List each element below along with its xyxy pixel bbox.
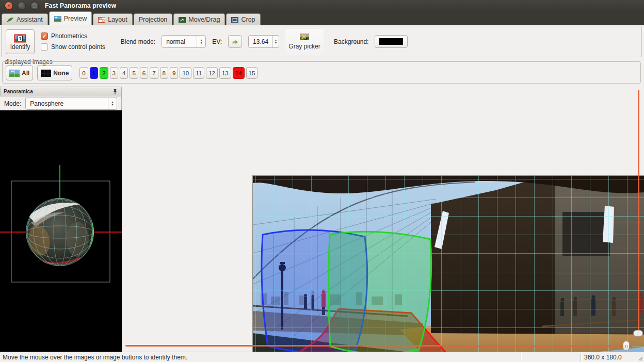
tab-layout[interactable]: Layout [93,13,133,25]
panoramica-panel: Panoramica Mode: Panosphere ▲▼ [0,87,122,352]
show-control-points-row[interactable]: Show control points [41,43,105,51]
assistant-icon [7,17,14,23]
horizontal-slider-track[interactable] [125,345,632,347]
none-images-button[interactable]: None [37,65,72,80]
image-button-14[interactable]: 14 [233,67,245,79]
statusbar: Move the mouse over the images or image … [0,352,644,362]
image-button-3[interactable]: 3 [110,67,118,79]
image-button-13[interactable]: 13 [219,67,231,79]
blend-mode-label: Blend mode: [121,38,155,45]
background-label: Background: [334,38,368,45]
mode-select[interactable]: Panosphere ▲▼ [25,97,117,110]
tab-label: Projection [139,16,168,23]
mode-row: Mode: Panosphere ▲▼ [0,96,121,110]
background-color-swatch [379,38,403,45]
displayed-images-group: All None 0123456789101112131415 [2,61,641,84]
blend-mode-select[interactable]: normal ▲▼ [162,35,206,48]
show-control-points-checkbox[interactable] [41,43,48,51]
gray-picker-icon [299,33,310,42]
maximize-icon[interactable]: ▢ [30,2,39,10]
vertical-slider-track[interactable] [638,90,639,338]
image-button-1[interactable]: 1 [90,67,98,79]
identify-button[interactable]: 1 Identify [6,29,35,54]
ev-value: 13.64 [249,38,272,45]
spinner-icon[interactable]: ▲▼ [272,36,279,47]
panosphere-preview [0,110,122,352]
panosphere-viewport[interactable] [0,110,122,352]
blend-mode-value: normal [162,38,197,45]
horizontal-slider-handle[interactable] [623,341,630,351]
tab-movedrag[interactable]: Move/Drag [173,13,225,25]
tab-preview[interactable]: Preview [49,11,92,25]
spinner-icon[interactable]: ▲▼ [197,36,205,47]
toolbar: 1 Identify ✓ Photometrics Show control p… [1,26,642,57]
tabbar: Assistant Preview Layout Projection Move… [0,11,644,25]
svg-text:1: 1 [19,36,21,41]
titlebar: ✕ – ▢ Fast Panorama preview [0,0,644,11]
panoramica-title: Panoramica [4,89,112,94]
background-color-button[interactable] [375,35,408,48]
image-button-5[interactable]: 5 [130,67,138,79]
preview-area [122,86,644,352]
tab-label: Preview [64,15,87,22]
tab-label: Layout [108,16,127,23]
image-button-8[interactable]: 8 [160,67,168,79]
tab-crop[interactable]: Crop [226,13,260,25]
move-drag-icon [179,17,186,23]
image-button-15[interactable]: 15 [246,67,258,79]
fast-panorama-preview-window: ✕ – ▢ Fast Panorama preview Assistant Pr… [0,0,644,362]
ev-label: EV: [212,38,222,45]
all-images-icon [9,70,20,77]
preview-icon [54,16,61,22]
layout-icon [98,17,105,23]
none-label: None [53,70,69,77]
gray-picker-button[interactable]: Gray picker [285,29,324,55]
tab-label: Crop [241,16,255,23]
ev-spinbox[interactable]: 13.64 ▲▼ [248,35,279,48]
none-images-icon [41,70,51,77]
image-button-12[interactable]: 12 [206,67,218,79]
mode-label: Mode: [4,100,21,107]
image-button-6[interactable]: 6 [140,67,148,79]
panorama-canvas[interactable] [252,175,644,362]
tab-label: Assistant [17,16,43,23]
photometrics-checkbox-row[interactable]: ✓ Photometrics [41,32,105,40]
tab-projection[interactable]: Projection [134,13,173,25]
image-button-4[interactable]: 4 [120,67,128,79]
green-image-outline [329,232,431,354]
tab-assistant[interactable]: Assistant [2,13,48,25]
image-outlines [253,176,644,362]
photometrics-label: Photometrics [51,32,87,40]
image-button-2[interactable]: 2 [100,67,108,79]
gray-picker-label: Gray picker [288,43,320,50]
spinner-icon[interactable]: ▲▼ [108,97,117,109]
tab-label: Move/Drag [188,16,220,23]
status-message: Move the mouse over the images or image … [0,354,521,361]
photometrics-checkbox[interactable]: ✓ [41,32,48,40]
image-button-7[interactable]: 7 [150,67,158,79]
image-buttons: 0123456789101112131415 [79,67,257,79]
image-button-0[interactable]: 0 [79,67,88,79]
panoramica-header: Panoramica [0,87,121,96]
identify-label: Identify [10,43,30,51]
ev-reset-button[interactable] [228,35,242,48]
pin-icon[interactable] [112,89,118,95]
window-title: Fast Panorama preview [45,2,116,9]
resize-grip-icon[interactable] [638,356,643,361]
all-images-button[interactable]: All [6,65,33,80]
crop-icon [231,17,238,23]
minimize-icon[interactable]: – [18,2,26,10]
show-control-points-label: Show control points [51,43,105,51]
pano-dimensions: 360.0 x 180.0 [581,354,644,361]
image-button-9[interactable]: 9 [170,67,178,79]
statusbar-separator [521,353,521,361]
all-label: All [22,70,29,77]
close-icon[interactable]: ✕ [5,2,13,10]
green-arrow-icon [232,38,238,45]
identify-icon: 1 [14,34,26,43]
mode-value: Panosphere [26,100,108,107]
vertical-slider-handle[interactable] [633,330,643,337]
image-button-11[interactable]: 11 [193,67,204,79]
image-button-10[interactable]: 10 [180,67,191,79]
